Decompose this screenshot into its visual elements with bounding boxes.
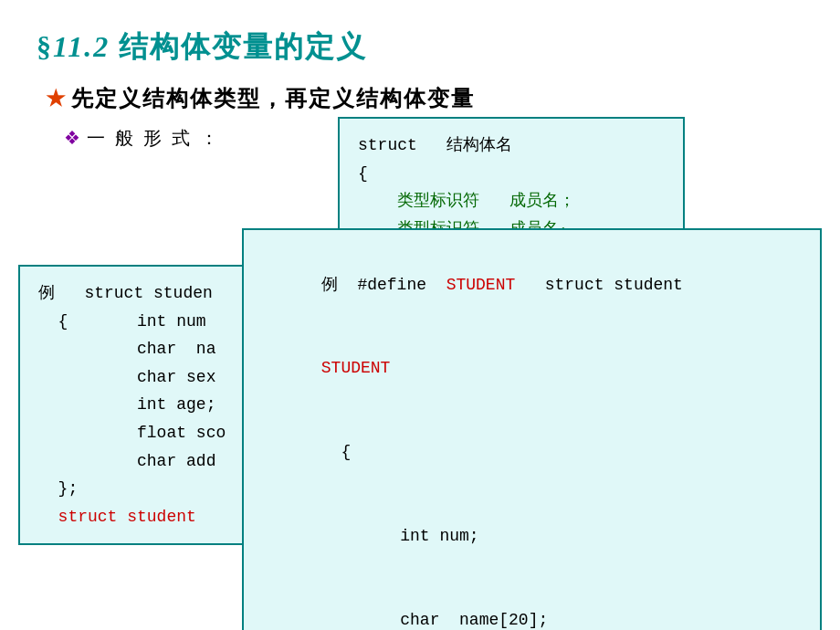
code-line: char add <box>38 447 263 476</box>
code-text: 例 #define <box>321 276 446 294</box>
code-line: 类型标识符 成员名； <box>358 187 665 215</box>
code-line: char na <box>38 335 263 363</box>
code-line: struct 结构体名 <box>358 131 665 160</box>
code-text: char name[20]; <box>321 611 548 629</box>
section-number: 11.2 <box>53 30 110 63</box>
code-text: int num; <box>321 527 479 545</box>
code-line: char name[20]; <box>262 578 802 630</box>
code-line: }; <box>38 475 263 503</box>
star-icon: ★ <box>46 87 68 110</box>
student-keyword: STUDENT <box>321 359 391 377</box>
code-line: STUDENT <box>262 327 802 411</box>
code-line: float sco <box>38 419 263 447</box>
star-subtitle: ★先定义结构体类型，再定义结构体变量 <box>46 84 803 113</box>
code-text: struct student <box>515 276 683 294</box>
section-title: §11.2 结构体变量的定义 <box>37 27 803 68</box>
code-line: char sex <box>38 363 263 392</box>
diamond-icon: ❖ <box>64 128 83 148</box>
code-line: struct student <box>38 503 263 531</box>
section-symbol: § <box>37 30 53 63</box>
code-line: 例 #define STUDENT struct student <box>262 243 802 327</box>
code-line: { <box>262 411 802 495</box>
code-line: int age; <box>38 391 263 419</box>
student-keyword: STUDENT <box>446 276 516 294</box>
subtitle-text: 先定义结构体类型，再定义结构体变量 <box>71 87 475 110</box>
code-text: { <box>321 443 351 461</box>
page: §11.2 结构体变量的定义 ★先定义结构体类型，再定义结构体变量 ❖一 般 形… <box>0 0 840 630</box>
code-box-center: 例 #define STUDENT struct student STUDENT… <box>242 228 822 630</box>
code-line: int num; <box>262 494 802 578</box>
code-line: { int num <box>38 308 263 336</box>
code-line: { <box>358 160 665 188</box>
general-form-label: 一 般 形 式 ： <box>87 128 221 148</box>
code-line: 例 struct studen <box>38 279 263 308</box>
section-text: 结构体变量的定义 <box>119 30 367 63</box>
